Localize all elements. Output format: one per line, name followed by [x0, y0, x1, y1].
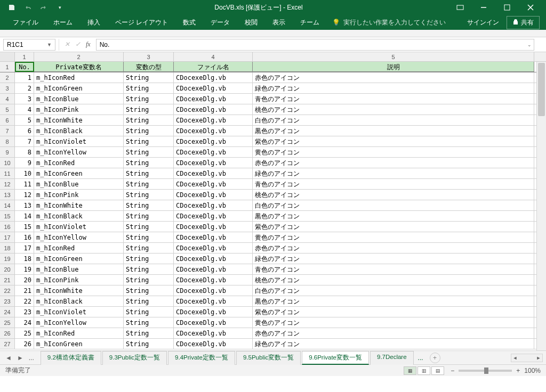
row-header[interactable]: 2 — [0, 72, 15, 83]
formula-expand-icon[interactable]: ⌄ — [527, 42, 532, 47]
tab-review[interactable]: 校閲 — [238, 16, 264, 29]
sheet-tab[interactable]: 9.5Public変数一覧 — [236, 351, 301, 365]
cell-file[interactable]: CDocexeDlg.vb — [174, 254, 253, 264]
cell-type[interactable]: String — [124, 200, 174, 210]
cell-type[interactable]: String — [124, 104, 174, 115]
cell-type[interactable]: String — [124, 264, 174, 274]
cell-desc[interactable]: 赤色のアイコン — [253, 72, 534, 83]
cell-no[interactable]: 12 — [15, 190, 34, 200]
maximize-icon[interactable] — [500, 2, 514, 13]
sheet-tab[interactable]: 9.7Declare — [370, 351, 414, 365]
tab-view[interactable]: 表示 — [266, 16, 292, 29]
cell-file[interactable]: CDocexeDlg.vb — [174, 72, 253, 83]
row-header[interactable]: 21 — [0, 275, 15, 285]
cell-desc[interactable]: 黄色のアイコン — [253, 232, 534, 242]
chevron-down-icon[interactable]: ▼ — [47, 42, 52, 47]
cell-varname[interactable]: m_hIconGreen — [34, 254, 124, 264]
cell-varname[interactable]: m_hIconRed — [34, 72, 124, 83]
cell-file[interactable]: CDocexeDlg.vb — [174, 94, 253, 104]
cell-file[interactable]: CDocexeDlg.vb — [174, 307, 253, 317]
cell-type[interactable]: String — [124, 339, 174, 349]
cell-file[interactable]: CDocexeDlg.vb — [174, 190, 253, 200]
row-header[interactable]: 14 — [0, 200, 15, 210]
cell-no[interactable]: 8 — [15, 147, 34, 157]
col-header-3[interactable]: 3 — [124, 52, 174, 61]
cell-varname[interactable]: m_hIconBlue — [34, 94, 124, 104]
cell-varname[interactable]: m_hIconBlack — [34, 296, 124, 306]
cell-desc[interactable]: 桃色のアイコン — [253, 275, 534, 285]
cell-no[interactable]: 5 — [15, 115, 34, 125]
sheet-nav-next-icon[interactable]: ► — [15, 353, 26, 363]
cell-no[interactable]: 11 — [15, 179, 34, 189]
cell-desc[interactable]: 紫色のアイコン — [253, 307, 534, 317]
cell-desc[interactable]: 黄色のアイコン — [253, 317, 534, 328]
row-header[interactable]: 25 — [0, 317, 15, 328]
cell-file[interactable]: CDocexeDlg.vb — [174, 200, 253, 210]
cell-file[interactable]: CDocexeDlg.vb — [174, 296, 253, 306]
cell-file[interactable]: CDocexeDlg.vb — [174, 222, 253, 232]
row-header[interactable]: 17 — [0, 232, 15, 242]
cell-file[interactable]: CDocexeDlg.vb — [174, 136, 253, 146]
row-header[interactable]: 6 — [0, 115, 15, 125]
cell-type[interactable]: String — [124, 211, 174, 221]
cell-desc[interactable]: 赤色のアイコン — [253, 243, 534, 253]
cell-file[interactable]: CDocexeDlg.vb — [174, 285, 253, 296]
zoom-slider[interactable] — [459, 370, 512, 372]
undo-icon[interactable] — [23, 3, 32, 12]
new-sheet-button[interactable]: + — [430, 353, 440, 363]
cell-desc[interactable]: 赤色のアイコン — [253, 328, 534, 338]
cell-no[interactable]: 7 — [15, 136, 34, 146]
cell-varname[interactable]: m_hIconYellow — [34, 317, 124, 328]
cell-file[interactable]: CDocexeDlg.vb — [174, 275, 253, 285]
row-header[interactable]: 16 — [0, 222, 15, 232]
cell-file[interactable]: CDocexeDlg.vb — [174, 243, 253, 253]
cell-desc[interactable]: 緑色のアイコン — [253, 339, 534, 349]
row-header[interactable]: 7 — [0, 126, 15, 136]
row-header[interactable]: 4 — [0, 94, 15, 104]
cell-type[interactable]: String — [124, 307, 174, 317]
cell-desc[interactable]: 青色のアイコン — [253, 264, 534, 274]
cell-file[interactable]: CDocexeDlg.vb — [174, 126, 253, 136]
cell-no[interactable]: 18 — [15, 254, 34, 264]
row-header[interactable]: 15 — [0, 211, 15, 221]
cell-type[interactable]: String — [124, 317, 174, 328]
cell-file[interactable]: CDocexeDlg.vb — [174, 83, 253, 93]
cell-no[interactable]: 9 — [15, 158, 34, 168]
header-file[interactable]: ファイル名 — [174, 62, 253, 72]
cell-varname[interactable]: m_hIconPink — [34, 275, 124, 285]
cell-file[interactable]: CDocexeDlg.vb — [174, 168, 253, 178]
cell-file[interactable]: CDocexeDlg.vb — [174, 264, 253, 274]
scroll-thumb[interactable] — [538, 63, 545, 116]
cell-type[interactable]: String — [124, 285, 174, 296]
cell-varname[interactable]: m_hIconGreen — [34, 83, 124, 93]
cell-varname[interactable]: m_hIconGreen — [34, 339, 124, 349]
row-header[interactable]: 18 — [0, 243, 15, 253]
cell-no[interactable]: 19 — [15, 264, 34, 274]
cell-varname[interactable]: m_hIconPink — [34, 104, 124, 115]
zoom-out-button[interactable]: − — [451, 367, 454, 374]
name-box[interactable]: R1C1 ▼ — [3, 39, 55, 51]
formula-input[interactable]: No. ⌄ — [96, 39, 534, 51]
row-header[interactable]: 12 — [0, 179, 15, 189]
col-header-5[interactable]: 5 — [253, 52, 534, 61]
cell-file[interactable]: CDocexeDlg.vb — [174, 339, 253, 349]
cell-no[interactable]: 6 — [15, 126, 34, 136]
row-header[interactable]: 1 — [0, 62, 15, 72]
cell-file[interactable]: CDocexeDlg.vb — [174, 158, 253, 168]
sheet-tab[interactable]: 9.3Public定数一覧 — [102, 351, 167, 365]
cell-file[interactable]: CDocexeDlg.vb — [174, 115, 253, 125]
cell-desc[interactable]: 緑色のアイコン — [253, 168, 534, 178]
cell-type[interactable]: String — [124, 94, 174, 104]
row-header[interactable]: 3 — [0, 83, 15, 93]
horizontal-scrollbar[interactable]: ◄► — [511, 354, 543, 362]
cell-varname[interactable]: m_hIconPink — [34, 190, 124, 200]
tab-data[interactable]: データ — [204, 16, 236, 29]
header-desc[interactable]: 説明 — [253, 62, 534, 72]
cell-type[interactable]: String — [124, 222, 174, 232]
cell-varname[interactable]: m_hIconBlack — [34, 126, 124, 136]
row-header[interactable]: 20 — [0, 264, 15, 274]
cell-no[interactable]: 22 — [15, 296, 34, 306]
cell-no[interactable]: 13 — [15, 200, 34, 210]
header-type[interactable]: 変数の型 — [124, 62, 174, 72]
cell-desc[interactable]: 桃色のアイコン — [253, 190, 534, 200]
